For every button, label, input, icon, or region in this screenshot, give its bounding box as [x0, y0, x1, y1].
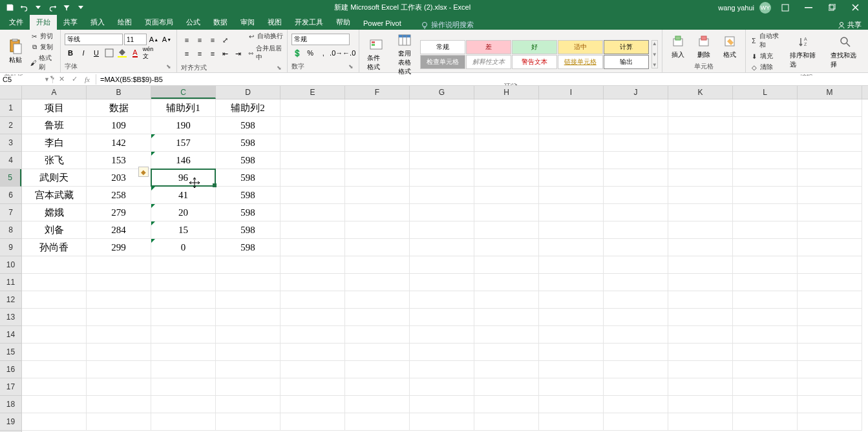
cell-A13[interactable]: [22, 309, 87, 326]
cell-E15[interactable]: [281, 344, 345, 361]
cell-J10[interactable]: [604, 256, 668, 274]
cell-I11[interactable]: [539, 274, 604, 291]
format-cells-button[interactable]: 格式: [718, 32, 741, 61]
cell-M12[interactable]: [798, 291, 862, 309]
cell-E18[interactable]: [281, 396, 345, 413]
cell-D10[interactable]: [216, 256, 281, 274]
cell-D3[interactable]: 598: [216, 134, 281, 152]
cell-A4[interactable]: 张飞: [22, 152, 87, 169]
cell-E6[interactable]: [281, 187, 345, 204]
cell-D2[interactable]: 598: [216, 117, 281, 134]
row-header-13[interactable]: 13: [0, 309, 21, 326]
cell-C6[interactable]: 41: [151, 187, 216, 204]
format-painter-button[interactable]: 🖌格式刷: [30, 53, 56, 72]
cell-H6[interactable]: [474, 187, 539, 204]
cell-C18[interactable]: [151, 396, 216, 413]
cell-L5[interactable]: [733, 169, 798, 187]
cell-D17[interactable]: [216, 378, 281, 396]
cell-K1[interactable]: [668, 99, 733, 117]
indent-decrease-icon[interactable]: ⇤: [220, 48, 231, 59]
scroll-up-icon[interactable]: ▲: [652, 41, 657, 46]
cell-C5[interactable]: 96: [151, 169, 216, 187]
cell-F17[interactable]: [345, 378, 410, 396]
cell-K10[interactable]: [668, 256, 733, 274]
cell-L10[interactable]: [733, 256, 798, 274]
cell-A1[interactable]: 项目: [22, 99, 87, 117]
align-bottom-icon[interactable]: ≡: [207, 34, 218, 46]
share-button[interactable]: 共享: [838, 20, 868, 30]
cell-G16[interactable]: [410, 361, 474, 378]
style-good[interactable]: 好: [512, 40, 557, 54]
tab-share[interactable]: 共享: [57, 15, 84, 30]
cell-E2[interactable]: [281, 117, 345, 134]
col-header-L[interactable]: L: [733, 86, 798, 99]
row-header-17[interactable]: 17: [0, 378, 21, 396]
cell-E7[interactable]: [281, 204, 345, 221]
cell-F2[interactable]: [345, 117, 410, 134]
col-header-G[interactable]: G: [410, 86, 474, 99]
cell-C13[interactable]: [151, 309, 216, 326]
cell-H4[interactable]: [474, 152, 539, 169]
percent-icon[interactable]: %: [304, 47, 316, 59]
cell-K15[interactable]: [668, 344, 733, 361]
cell-D14[interactable]: [216, 326, 281, 344]
style-explain[interactable]: 解释性文本: [466, 55, 511, 69]
cell-C4[interactable]: 146: [151, 152, 216, 169]
border-button[interactable]: [103, 47, 115, 59]
cell-F6[interactable]: [345, 187, 410, 204]
wrap-text-button[interactable]: ↩自动换行: [247, 31, 283, 41]
increase-decimal-icon[interactable]: .0→: [330, 47, 342, 59]
cell-D6[interactable]: 598: [216, 187, 281, 204]
cell-J4[interactable]: [604, 152, 668, 169]
cell-L12[interactable]: [733, 291, 798, 309]
align-center-icon[interactable]: ≡: [194, 48, 206, 59]
cancel-formula-icon[interactable]: ✕: [56, 74, 67, 85]
table-format-button[interactable]: 套用 表格格式: [392, 31, 418, 77]
grid[interactable]: 项目数据辅助列1辅助列2鲁班109190598李白142157598张飞1531…: [22, 99, 868, 432]
cell-L8[interactable]: [733, 221, 798, 239]
find-select-button[interactable]: 查找和选择: [827, 33, 864, 70]
cell-E3[interactable]: [281, 134, 345, 152]
cell-D16[interactable]: [216, 361, 281, 378]
cell-E9[interactable]: [281, 239, 345, 256]
cell-I6[interactable]: [539, 187, 604, 204]
style-calc[interactable]: 计算: [604, 40, 649, 54]
cell-H7[interactable]: [474, 204, 539, 221]
formula-input[interactable]: [96, 76, 868, 83]
tab-view[interactable]: 视图: [261, 15, 288, 30]
cell-F9[interactable]: [345, 239, 410, 256]
cell-C14[interactable]: [151, 326, 216, 344]
cell-F10[interactable]: [345, 256, 410, 274]
cell-M19[interactable]: [798, 413, 862, 431]
tab-insert[interactable]: 插入: [84, 15, 111, 30]
cell-A18[interactable]: [22, 396, 87, 413]
phonetic-button[interactable]: wén文: [142, 47, 154, 59]
cell-A16[interactable]: [22, 361, 87, 378]
cell-H17[interactable]: [474, 378, 539, 396]
cell-A5[interactable]: 武则天: [22, 169, 87, 187]
style-check[interactable]: 检查单元格: [420, 55, 465, 69]
cell-I9[interactable]: [539, 239, 604, 256]
cell-I12[interactable]: [539, 291, 604, 309]
cell-B11[interactable]: [87, 274, 151, 291]
row-header-1[interactable]: 1: [0, 99, 21, 117]
cell-J17[interactable]: [604, 378, 668, 396]
cell-C10[interactable]: [151, 256, 216, 274]
cell-I17[interactable]: [539, 378, 604, 396]
cell-B2[interactable]: 109: [87, 117, 151, 134]
cell-B1[interactable]: 数据: [87, 99, 151, 117]
cell-M1[interactable]: [798, 99, 862, 117]
col-header-A[interactable]: A: [22, 86, 87, 99]
cell-G13[interactable]: [410, 309, 474, 326]
cell-A3[interactable]: 李白: [22, 134, 87, 152]
cell-E12[interactable]: [281, 291, 345, 309]
cell-M11[interactable]: [798, 274, 862, 291]
cell-L16[interactable]: [733, 361, 798, 378]
cell-L9[interactable]: [733, 239, 798, 256]
cell-J14[interactable]: [604, 326, 668, 344]
cell-I3[interactable]: [539, 134, 604, 152]
cell-B8[interactable]: 284: [87, 221, 151, 239]
cell-M4[interactable]: [798, 152, 862, 169]
align-middle-icon[interactable]: ≡: [194, 34, 206, 46]
tab-draw[interactable]: 绘图: [111, 15, 138, 30]
